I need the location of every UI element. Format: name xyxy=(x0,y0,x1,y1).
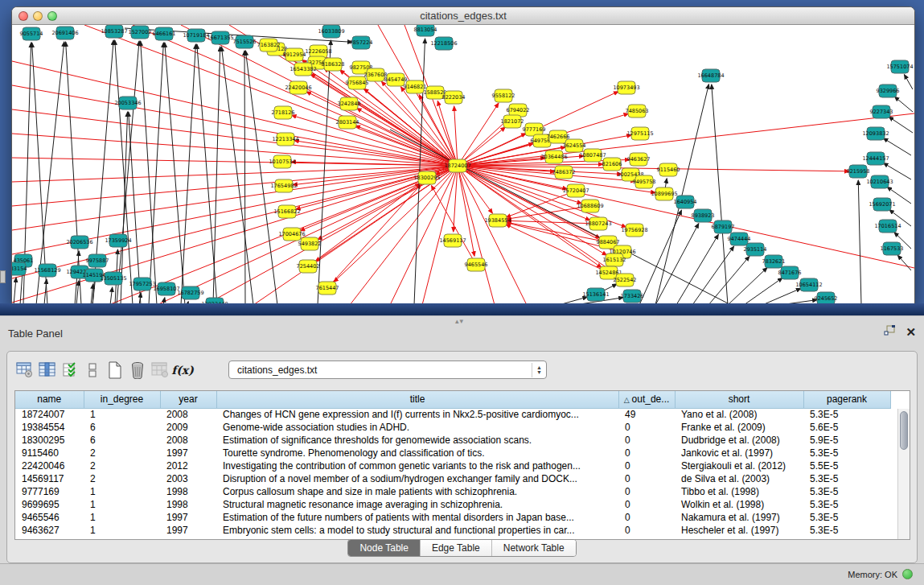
network-edge[interactable] xyxy=(165,43,185,304)
network-node[interactable]: 10853287 xyxy=(101,25,127,38)
network-node[interactable]: 18807243 xyxy=(585,217,611,230)
network-edge[interactable] xyxy=(728,268,767,304)
network-edge[interactable] xyxy=(221,47,253,304)
table-scrollbar[interactable] xyxy=(897,409,910,540)
table-row[interactable]: 911546021997Tourette syndrome. Phenomeno… xyxy=(15,447,890,459)
network-node[interactable]: 933154 xyxy=(12,262,27,275)
network-edge[interactable] xyxy=(14,278,16,304)
network-node[interactable]: 12975115 xyxy=(626,127,653,140)
network-node[interactable]: 9115460 xyxy=(657,163,680,176)
network-edge[interactable] xyxy=(181,44,195,304)
network-node[interactable]: 17016514 xyxy=(874,220,901,233)
network-edge[interactable] xyxy=(894,97,913,112)
network-node[interactable]: 1640954 xyxy=(674,196,697,208)
network-edge[interactable] xyxy=(712,84,728,304)
network-edge[interactable] xyxy=(744,278,782,304)
attribute-table[interactable]: namein_degreeyeartitle△out_de...shortpag… xyxy=(14,390,910,540)
network-node[interactable]: 12218506 xyxy=(430,37,457,50)
table-row[interactable]: 977716911998Corpus callosum shape and si… xyxy=(15,485,890,498)
network-node[interactable]: 5493822 xyxy=(298,237,322,250)
network-node[interactable]: 12444157 xyxy=(862,152,889,165)
tab-edge-table[interactable]: Edge Table xyxy=(421,540,492,556)
network-edge[interactable] xyxy=(66,42,81,304)
tab-network-table[interactable]: Network Table xyxy=(492,540,576,556)
network-node[interactable]: 12213344 xyxy=(272,133,298,146)
network-edge[interactable] xyxy=(149,43,163,304)
network-edge[interactable] xyxy=(115,40,133,304)
network-node[interactable]: 7486372 xyxy=(552,166,576,179)
network-edge[interactable] xyxy=(858,180,861,304)
network-node[interactable]: 10807487 xyxy=(579,149,606,162)
network-node[interactable]: 3624554 xyxy=(563,139,586,152)
network-edge[interactable] xyxy=(458,166,495,304)
function-builder-icon[interactable]: f(x) xyxy=(171,360,194,381)
memory-ok-icon[interactable] xyxy=(902,569,913,579)
network-node[interactable]: 7857224 xyxy=(350,36,373,49)
network-node[interactable]: 17654982 xyxy=(270,179,297,192)
table-row[interactable]: 969969511998Structural magnetic resonanc… xyxy=(15,498,890,511)
network-node[interactable]: 10654112 xyxy=(795,278,822,291)
network-edge[interactable] xyxy=(129,112,141,304)
network-node[interactable]: 9495758 xyxy=(633,175,656,188)
table-row[interactable]: 1872400712008Changes of HCN gene express… xyxy=(15,408,890,421)
network-node[interactable]: 2803144 xyxy=(336,116,359,129)
network-node[interactable]: 6466161 xyxy=(153,27,176,40)
network-node[interactable]: 7832621 xyxy=(762,255,786,268)
network-edge[interactable] xyxy=(244,51,245,304)
network-node[interactable]: 8813054 xyxy=(414,25,437,36)
network-window[interactable]: citations_edges.txt 18724007866012889129… xyxy=(11,6,915,304)
network-node[interactable]: 821606 xyxy=(602,158,622,171)
network-edge[interactable] xyxy=(213,47,220,304)
network-window-titlebar[interactable]: citations_edges.txt xyxy=(12,7,914,25)
network-node[interactable]: 9975887 xyxy=(86,254,109,267)
network-node[interactable]: 9055714 xyxy=(20,27,43,40)
network-node[interactable]: 1615132 xyxy=(603,253,626,266)
network-node[interactable]: 9465546 xyxy=(465,258,488,271)
network-node[interactable]: 20206536 xyxy=(66,236,92,249)
network-edge[interactable] xyxy=(904,75,913,89)
network-node[interactable]: 17359924 xyxy=(105,234,131,247)
network-node[interactable]: 7485063 xyxy=(626,105,649,117)
network-node[interactable]: 1527002 xyxy=(129,26,152,39)
table-row[interactable]: 2242004622012Investigating the contribut… xyxy=(15,459,890,472)
column-header-year[interactable]: year xyxy=(160,391,216,408)
column-header-title[interactable]: title xyxy=(216,391,618,408)
network-edge[interactable] xyxy=(676,234,718,304)
network-node[interactable]: 16033809 xyxy=(318,25,344,38)
table-row[interactable]: 1830029562008Estimation of significance … xyxy=(15,434,890,447)
column-header-pagerank[interactable]: pagerank xyxy=(803,391,890,408)
network-node[interactable]: 3242848 xyxy=(338,97,361,110)
table-row[interactable]: 1456911722003Disruption of a novel membe… xyxy=(15,472,890,485)
network-node[interactable]: 1733426 xyxy=(621,290,644,303)
network-node[interactable]: 1167533 xyxy=(881,242,904,255)
network-edge[interactable] xyxy=(12,158,458,166)
network-edge[interactable] xyxy=(897,255,911,270)
network-node[interactable]: 10210643 xyxy=(866,175,893,188)
network-node[interactable]: 10719184 xyxy=(183,29,209,42)
network-node[interactable]: 15720407 xyxy=(562,184,589,197)
network-edge[interactable] xyxy=(639,210,682,304)
network-node[interactable]: 19756928 xyxy=(621,224,647,237)
network-edge[interactable] xyxy=(350,166,458,304)
network-edge[interactable] xyxy=(133,25,458,166)
network-node[interactable]: 20691406 xyxy=(51,27,78,39)
network-node[interactable]: 12093832 xyxy=(862,127,889,140)
column-header-short[interactable]: short xyxy=(675,391,803,408)
network-node[interactable]: 1821072 xyxy=(501,115,524,128)
column-header-outde[interactable]: △out_de... xyxy=(618,391,675,408)
network-edge[interactable] xyxy=(458,113,914,166)
network-edge[interactable] xyxy=(889,117,913,133)
network-edge[interactable] xyxy=(506,225,609,273)
collapse-panel-handle[interactable] xyxy=(0,270,6,283)
network-edge[interactable] xyxy=(110,287,113,304)
show-columns-icon[interactable] xyxy=(36,360,59,381)
network-node[interactable]: 9227343 xyxy=(870,105,893,118)
network-edge[interactable] xyxy=(762,288,801,304)
network-node[interactable]: 8938923 xyxy=(692,209,715,222)
network-node[interactable]: 2718126 xyxy=(272,106,295,119)
close-panel-icon[interactable]: ✕ xyxy=(906,327,916,338)
network-node[interactable]: 7615447 xyxy=(316,282,339,295)
network-edge[interactable] xyxy=(245,51,277,304)
network-node[interactable]: 16648784 xyxy=(697,69,724,82)
network-edge[interactable] xyxy=(12,166,458,230)
